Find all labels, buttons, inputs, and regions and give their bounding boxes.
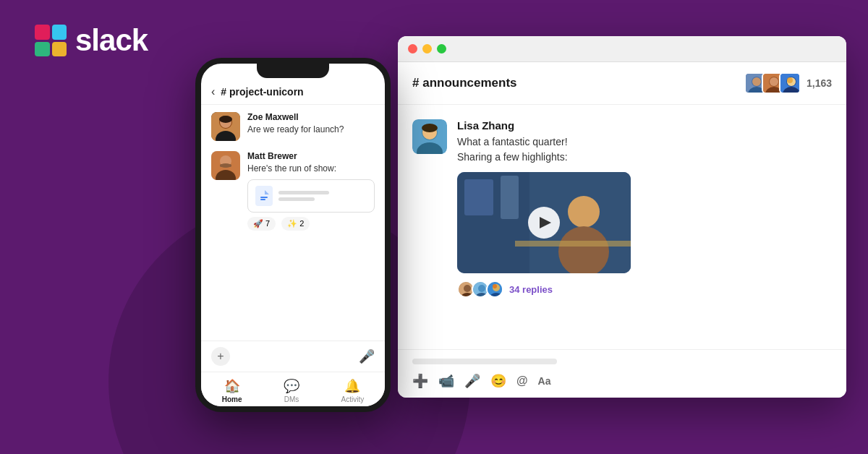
nav-item-dms[interactable]: 💬 DMs	[284, 378, 299, 403]
phone-mockup: ‹ # project-unicorn	[195, 58, 391, 412]
header: slack	[35, 23, 148, 58]
phone-message-zoe: Zoe Maxwell Are we ready for launch?	[211, 112, 375, 141]
svg-point-40	[464, 285, 471, 292]
desktop-mockup: # announcements	[398, 36, 846, 398]
toolbar-mention-icon[interactable]: @	[516, 374, 528, 387]
member-avatar-3	[779, 72, 801, 94]
avatar-zoe	[211, 112, 240, 141]
desktop-msg-text-lisa: What a fantastic quarter! Sharing a few …	[457, 134, 832, 165]
slack-logo-icon	[35, 25, 67, 56]
toolbar-plus-icon[interactable]: ➕	[412, 373, 428, 389]
svg-rect-38	[501, 176, 519, 219]
desktop-msg-body-lisa: Lisa Zhang What a fantastic quarter! Sha…	[457, 119, 832, 298]
phone-msg-text-matt: Here's the run of show:	[247, 163, 375, 175]
desktop-messages: Lisa Zhang What a fantastic quarter! Sha…	[398, 105, 846, 312]
file-line-2	[278, 197, 315, 201]
nav-activity-label: Activity	[341, 395, 365, 403]
phone-message-matt: Matt Brewer Here's the run of show:	[211, 151, 375, 231]
reaction-rocket-count: 7	[265, 219, 270, 228]
video-play-button[interactable]	[528, 207, 560, 239]
file-line-1	[278, 191, 329, 194]
nav-dms-label: DMs	[284, 395, 299, 403]
replies-section: 34 replies	[457, 280, 832, 298]
reaction-rocket[interactable]: 🚀 7	[247, 217, 276, 231]
logo-cell-4	[52, 42, 67, 57]
toolbar-format-icon[interactable]: Aa	[538, 375, 551, 387]
phone-reactions: 🚀 7 ✨ 2	[247, 217, 375, 231]
phone-messages-list: Zoe Maxwell Are we ready for launch?	[201, 105, 385, 340]
phone-msg-name-matt: Matt Brewer	[247, 151, 375, 161]
member-avatars	[744, 72, 801, 94]
svg-point-26	[787, 77, 793, 83]
back-arrow-icon[interactable]: ‹	[211, 85, 215, 98]
traffic-light-green[interactable]	[437, 44, 446, 53]
dms-icon: 💬	[284, 378, 299, 394]
desktop-msg-line2: Sharing a few highlights:	[457, 151, 568, 163]
logo-cell-2	[52, 25, 67, 40]
reaction-sparkles-emoji: ✨	[287, 219, 297, 228]
avatar-lisa	[412, 119, 447, 154]
desktop-message-lisa: Lisa Zhang What a fantastic quarter! Sha…	[412, 119, 832, 298]
svg-rect-37	[464, 179, 493, 215]
svg-point-17	[752, 77, 761, 86]
desktop-input-area: ➕ 📹 🎤 😊 @ Aa	[398, 349, 846, 398]
file-icon	[255, 186, 273, 206]
desktop-header-right: 1,163	[744, 72, 832, 94]
phone-msg-body-matt: Matt Brewer Here's the run of show:	[247, 151, 375, 231]
logo-cell-1	[35, 25, 50, 40]
desktop-channel-header: # announcements	[398, 62, 846, 105]
member-count: 1,163	[807, 77, 832, 89]
traffic-light-yellow[interactable]	[422, 44, 432, 53]
phone-content: ‹ # project-unicorn	[201, 78, 385, 406]
toolbar-emoji-icon[interactable]: 😊	[490, 373, 506, 389]
reply-avatar-3	[486, 280, 503, 298]
reaction-sparkles-count: 2	[299, 219, 304, 228]
avatar-matt	[211, 151, 240, 180]
play-triangle-icon	[540, 217, 551, 228]
svg-point-43	[478, 285, 485, 292]
phone-input-bar: + 🎤	[201, 340, 385, 372]
slack-wordmark: slack	[75, 23, 148, 58]
desktop-input-placeholder	[412, 359, 557, 364]
svg-rect-12	[260, 197, 268, 198]
traffic-light-red[interactable]	[408, 44, 417, 53]
svg-point-21	[770, 77, 778, 86]
desktop-titlebar	[398, 36, 846, 62]
svg-rect-13	[260, 199, 265, 200]
reply-avatars	[457, 280, 503, 298]
desktop-toolbar: ➕ 📹 🎤 😊 @ Aa	[412, 373, 832, 389]
phone-msg-text-zoe: Are we ready for launch?	[247, 124, 375, 136]
toolbar-video-icon[interactable]: 📹	[438, 373, 454, 389]
nav-item-activity[interactable]: 🔔 Activity	[341, 378, 365, 403]
nav-item-home[interactable]: 🏠 Home	[222, 378, 242, 403]
phone-channel-header: ‹ # project-unicorn	[201, 78, 385, 105]
phone-plus-button[interactable]: +	[211, 347, 230, 366]
home-icon: 🏠	[224, 378, 240, 394]
svg-rect-10	[220, 164, 231, 167]
reaction-rocket-emoji: 🚀	[253, 219, 263, 228]
svg-point-34	[568, 196, 600, 228]
nav-home-label: Home	[222, 395, 242, 403]
svg-rect-36	[515, 241, 631, 247]
svg-point-4	[219, 116, 232, 123]
file-attachment[interactable]	[247, 179, 375, 213]
file-lines	[278, 191, 329, 201]
phone-channel-name: # project-unicorn	[221, 86, 303, 98]
reaction-sparkles[interactable]: ✨ 2	[281, 217, 310, 231]
phone-msg-body-zoe: Zoe Maxwell Are we ready for launch?	[247, 112, 375, 136]
logo-cell-3	[35, 42, 50, 57]
phone-notch	[257, 64, 329, 78]
desktop-channel-name: # announcements	[412, 76, 517, 90]
svg-point-31	[422, 124, 438, 132]
desktop-msg-name-lisa: Lisa Zhang	[457, 119, 832, 132]
phone-bottom-nav: 🏠 Home 💬 DMs 🔔 Activity	[201, 372, 385, 406]
toolbar-mic-icon[interactable]: 🎤	[464, 373, 480, 389]
desktop-msg-line1: What a fantastic quarter!	[457, 136, 568, 147]
reply-count[interactable]: 34 replies	[509, 284, 553, 295]
phone-msg-name-zoe: Zoe Maxwell	[247, 112, 375, 122]
svg-point-47	[493, 284, 497, 288]
phone-mic-button[interactable]: 🎤	[359, 348, 375, 364]
activity-icon: 🔔	[344, 378, 360, 394]
video-thumbnail[interactable]	[457, 172, 631, 273]
